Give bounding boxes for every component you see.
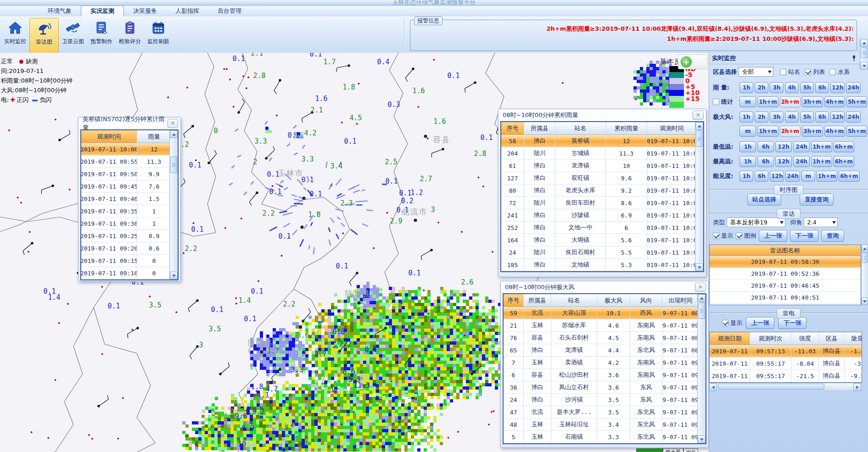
btn-5h+m[interactable]: 5h+m [846,126,867,137]
column-header[interactable]: 所属县 [524,294,551,307]
lightning-prev-button[interactable]: 上一张 [746,317,774,329]
btn-24h[interactable]: 24h [846,112,860,123]
scroll-up-icon[interactable] [170,130,178,138]
scrollbar-vertical[interactable] [861,245,868,305]
btn-5h+m[interactable]: 5h+m [846,96,867,107]
scroll-down-icon[interactable] [170,272,178,279]
station-name-checkbox[interactable] [780,69,786,75]
btn-5h[interactable]: 5h [800,82,814,93]
column-header[interactable]: 站名 [551,294,597,307]
scroll-right-icon[interactable] [853,383,861,391]
btn-1h[interactable]: 1h [739,171,753,182]
btn-4h+m[interactable]: 4h+m [824,126,845,137]
btn-12h[interactable]: 12h [775,156,792,167]
close-icon[interactable]: × [695,283,706,292]
table-row[interactable]: 38博白凤山立石村3.6东风2019-07-11 09:26 [504,381,697,394]
scroll-thumb[interactable] [698,302,705,319]
table-row[interactable]: 2019-07-11 09:100 [81,267,169,279]
scroll-up-icon[interactable] [695,122,703,130]
radar-show-checkbox[interactable] [713,233,719,239]
btn-1h[interactable]: 1h [739,82,753,93]
table-row[interactable]: 2019-07-11 09:250.9 [81,230,169,242]
btn-12h[interactable]: 12h [775,141,792,152]
column-header[interactable]: 序号 [504,294,524,307]
tool-clipboard[interactable]: 检验评分 [116,18,144,53]
scrollbar-vertical[interactable] [695,122,703,271]
lightning-show-checkbox[interactable] [722,320,728,326]
popup-titlebar[interactable]: 08时~10时00分钟极大风 × [501,281,708,293]
btn-6h[interactable]: 6h [815,82,829,93]
menu-tab-4[interactable]: 人影指挥 [166,6,208,17]
table-row[interactable]: 47北流新丰大罗...3.5东北风2019-07-11 09:12 [504,406,697,419]
radar-next-button[interactable]: 下一张 [790,230,818,242]
btn-4h+m[interactable]: 4h+m [824,96,845,107]
tool-satellite[interactable]: 卫星云图 [59,18,87,53]
zoom-in-icon[interactable]: + [681,56,692,67]
table-row[interactable]: 7玉林卖酒镇4.2东南风2019-07-11 09:59 [504,357,697,369]
btn-1h[interactable]: 1h [739,112,753,123]
btn-24h[interactable]: 24h [793,156,810,167]
btn-3h[interactable]: 3h [770,82,784,93]
table-row[interactable]: 2019-07-11 09:301 [81,218,169,230]
table-row[interactable]: 127博白双旺镇9.62019-07-11 10:00 [501,172,695,184]
district-select[interactable]: 全部 [739,67,773,77]
direct-query-button[interactable]: 直接查询 [800,194,834,206]
btn-4h[interactable]: 4h [785,82,799,93]
menu-tab-5[interactable]: 后台管理 [208,6,251,17]
column-header[interactable]: 观测日期 [710,332,750,345]
table-row[interactable]: 2019-07-1109:55:17-8.04博白县-3 [710,357,862,370]
table-row[interactable]: 2019-07-11 09:351 [81,205,169,218]
scroll-down-icon[interactable] [860,62,868,70]
btn-6h+m[interactable]: 6h+m [834,141,854,152]
column-header[interactable]: 所属县 [524,122,555,135]
column-header[interactable]: 观测时间 [647,122,695,135]
alarm-scrollbar[interactable] [860,39,868,70]
column-header[interactable]: 观测时次 [750,332,791,345]
scrollbar-vertical[interactable] [169,130,178,279]
column-header[interactable]: 出现时间 [662,294,697,307]
scroll-up-icon[interactable] [862,245,868,252]
btn-1h[interactable]: 1h [739,156,756,167]
table-row[interactable]: 2019-07-1109:55:17-21.5博白县-9.511 [710,370,862,382]
radar-legend-checkbox[interactable] [736,233,742,239]
tool-home[interactable]: 实时监控 [1,18,29,53]
column-header[interactable]: 累积雨量 [606,122,647,135]
stat-checkbox[interactable] [713,99,719,105]
btn-2h[interactable]: 2h [755,112,768,123]
btn-24h[interactable]: 24h [785,171,800,182]
scrollbar-vertical[interactable] [697,294,706,443]
table-row[interactable]: 59北流大容山顶10.1西风2019-07-11 08:47 [504,307,697,319]
table-row[interactable]: 2019-07-11 09:150 [81,255,169,267]
table-row[interactable]: 24博白沙河镇3.5东风2019-07-11 09:46 [504,394,697,406]
scroll-down-icon[interactable] [698,435,706,443]
table-row[interactable]: 61博白龙潭镇102019-07-11 10:00 [501,160,695,172]
btn-24h[interactable]: 24h [846,82,860,93]
table-row[interactable]: 80博白老虎头水库9.22019-07-11 10:00 [501,184,695,197]
btn-6h[interactable]: 6h [815,112,829,123]
btn-m[interactable]: m [801,171,815,182]
table-row[interactable]: 58博白英桥镇122019-07-11 10:00 [501,135,695,147]
column-header[interactable]: 雨量 [137,130,169,143]
tool-calendar-refresh[interactable]: 监控刷新 [144,18,173,53]
lightning-next-button[interactable]: 下一张 [778,317,806,329]
table-row[interactable]: 2019-07-11 10:0012 [81,143,169,156]
column-header[interactable]: 风向 [630,294,662,307]
table-row[interactable]: 241博白沙陂镇6.92019-07-11 10:00 [501,209,695,222]
btn-1h+m[interactable]: 1h+m [817,171,837,182]
btn-6h+m[interactable]: 6h+m [834,156,854,167]
table-row[interactable]: 2019-07-11 09:509.9 [81,168,169,180]
radar-list-item[interactable]: 2019-07-11 09:58:30 [710,256,861,268]
table-row[interactable]: 2019-07-11 09:5511.3 [81,156,169,168]
scroll-left-icon[interactable] [709,383,717,391]
radar-list-item[interactable]: 2019-07-11 09:52:36 [710,268,861,280]
list-checkbox[interactable] [805,69,811,75]
btn-2h[interactable]: 2h [755,82,768,93]
btn-m[interactable]: m [739,126,756,137]
btn-12h[interactable]: 12h [830,82,845,93]
table-row[interactable]: 185博白文地镇5.32019-07-11 10:00 [501,259,695,271]
btn-1h[interactable]: 1h [739,141,756,152]
map-area[interactable]: 1.72.82.14.51.604.23.323.33.42.52.72.21.… [0,53,709,452]
btn-24h[interactable]: 24h [793,141,810,152]
elevation-select[interactable]: 2.4 [804,218,838,227]
btn-5h[interactable]: 5h [800,112,814,123]
